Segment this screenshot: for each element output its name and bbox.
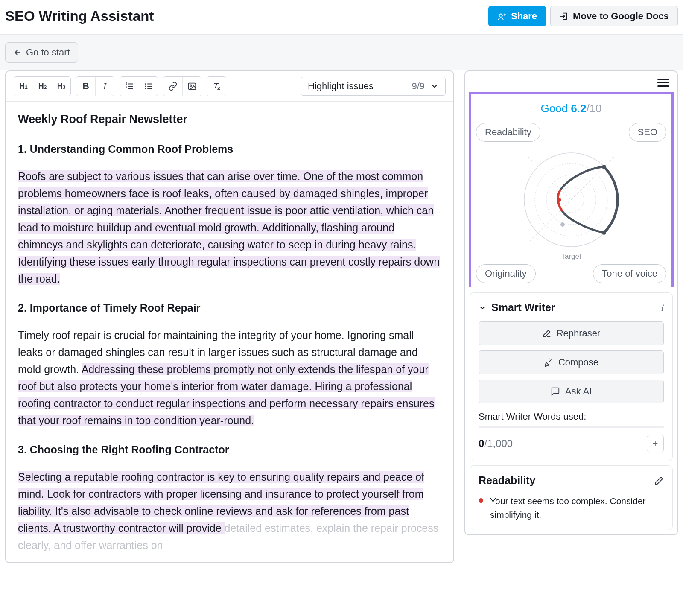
svg-point-30: [549, 359, 550, 359]
gdocs-label: Move to Google Docs: [573, 11, 669, 22]
move-to-gdocs-button[interactable]: Move to Google Docs: [550, 6, 678, 26]
score-value: 6.2: [571, 102, 586, 115]
image-button[interactable]: [182, 77, 201, 96]
bold-button[interactable]: B: [76, 77, 95, 96]
share-icon: [497, 12, 507, 21]
originality-pill[interactable]: Originality: [476, 264, 536, 283]
readability-note: Your text seems too complex. Consider si…: [479, 494, 664, 521]
header: SEO Writing Assistant Share Move to Goog…: [0, 0, 683, 35]
highlight-label: Highlight issues: [308, 81, 374, 92]
section-1-body: Roofs are subject to various issues that…: [18, 168, 441, 287]
rephraser-label: Rephraser: [557, 328, 601, 339]
link-button[interactable]: [163, 77, 182, 96]
section-2-body: Timely roof repair is crucial for mainta…: [18, 327, 441, 429]
compose-button[interactable]: Compose: [479, 350, 664, 374]
main-layout: H1 H2 H3 B I 123: [0, 70, 683, 568]
link-icon: [168, 82, 178, 91]
info-icon[interactable]: i: [661, 302, 664, 313]
score-label: Good: [540, 102, 568, 115]
add-words-button[interactable]: +: [647, 435, 664, 452]
usage-label: Smart Writer Words used:: [479, 411, 664, 422]
h2-button[interactable]: H2: [33, 77, 52, 96]
image-icon: [187, 82, 197, 91]
editor-toolbar: H1 H2 H3 B I 123: [6, 71, 453, 102]
share-label: Share: [511, 11, 537, 22]
highlight-issues-select[interactable]: Highlight issues 9/9: [301, 77, 446, 96]
ask-ai-button[interactable]: Ask AI: [479, 380, 664, 403]
h3-button[interactable]: H3: [52, 77, 70, 96]
pill-row-bottom: Originality Tone of voice: [474, 264, 668, 283]
export-icon: [559, 12, 569, 21]
sidebar: Good 6.2/10 Readability SEO: [464, 70, 678, 535]
smart-writer-title: Smart Writer: [491, 301, 555, 314]
compose-icon: [544, 358, 553, 367]
unordered-list-button[interactable]: [139, 77, 158, 96]
section-2-head: 2. Importance of Timely Roof Repair: [18, 299, 441, 316]
unordered-list-icon: [144, 82, 153, 91]
smart-writer-card: Smart Writer i Rephraser Compose Ask AI …: [470, 292, 673, 461]
editor-content[interactable]: Weekly Roof Repair Newsletter 1. Underst…: [6, 102, 453, 562]
ordered-list-icon: 123: [125, 82, 134, 91]
italic-button[interactable]: I: [95, 77, 114, 96]
chevron-down-icon: [431, 82, 438, 90]
target-label: Target: [474, 252, 668, 261]
svg-point-14: [145, 88, 146, 89]
svg-point-29: [551, 359, 552, 360]
readability-pill[interactable]: Readability: [476, 123, 540, 142]
section-3-head: 3. Choosing the Right Roofing Contractor: [18, 441, 441, 458]
clear-group: [207, 76, 226, 96]
svg-point-27: [557, 198, 561, 202]
editor-panel: H1 H2 H3 B I 123: [5, 70, 454, 563]
section-1-head: 1. Understanding Common Roof Problems: [18, 140, 441, 158]
svg-point-26: [602, 231, 606, 235]
score-card: Good 6.2/10 Readability SEO: [469, 92, 674, 287]
pencil-icon[interactable]: [654, 476, 664, 485]
usage-bar: [479, 426, 664, 428]
chevron-down-icon: [479, 304, 486, 312]
menu-button[interactable]: [657, 76, 669, 89]
clear-format-icon: [212, 82, 221, 91]
radar-chart: [474, 144, 668, 257]
compose-label: Compose: [558, 357, 598, 368]
seo-pill[interactable]: SEO: [629, 123, 666, 142]
score-max: /10: [586, 102, 601, 115]
smart-writer-title-row[interactable]: Smart Writer: [479, 301, 555, 314]
usage-count: 0/1,000: [479, 438, 513, 450]
document-title: Weekly Roof Repair Newsletter: [18, 110, 441, 128]
ordered-list-button[interactable]: 123: [120, 77, 139, 96]
usage-row: 0/1,000 +: [479, 435, 664, 452]
readability-card: Readability Your text seems too complex.…: [470, 465, 673, 530]
app-title: SEO Writing Assistant: [5, 8, 154, 24]
edit-icon: [542, 329, 552, 338]
h1-button[interactable]: H1: [14, 77, 33, 96]
clear-format-button[interactable]: [207, 77, 226, 96]
svg-point-28: [560, 222, 565, 227]
go-to-start-button[interactable]: Go to start: [5, 42, 78, 63]
ask-ai-label: Ask AI: [565, 386, 592, 397]
chat-icon: [551, 387, 560, 396]
highlight-count: 9/9: [412, 81, 425, 92]
status-dot-red: [479, 498, 483, 503]
insert-group: [163, 76, 201, 96]
sidebar-top: [465, 71, 677, 92]
svg-point-16: [190, 85, 192, 86]
list-group: 123: [120, 76, 158, 96]
subheader: Go to start: [0, 35, 683, 70]
go-to-start-label: Go to start: [26, 47, 70, 58]
arrow-left-icon: [13, 48, 22, 57]
readability-note-text: Your text seems too complex. Consider si…: [490, 494, 664, 521]
share-button[interactable]: Share: [488, 6, 546, 26]
score-line: Good 6.2/10: [474, 102, 668, 115]
tool-groups: H1 H2 H3 B I 123: [14, 76, 226, 96]
readability-title: Readability: [479, 474, 535, 487]
readability-head: Readability: [479, 474, 664, 487]
rephraser-button[interactable]: Rephraser: [479, 321, 664, 345]
header-actions: Share Move to Google Docs: [488, 6, 678, 26]
smart-writer-head: Smart Writer i: [479, 301, 664, 314]
section-3-body: Selecting a reputable roofing contractor…: [18, 468, 441, 554]
format-group: B I: [76, 76, 114, 96]
pill-row-top: Readability SEO: [474, 123, 668, 142]
tone-pill[interactable]: Tone of voice: [593, 264, 666, 283]
svg-point-0: [499, 14, 502, 17]
svg-point-13: [145, 86, 146, 87]
